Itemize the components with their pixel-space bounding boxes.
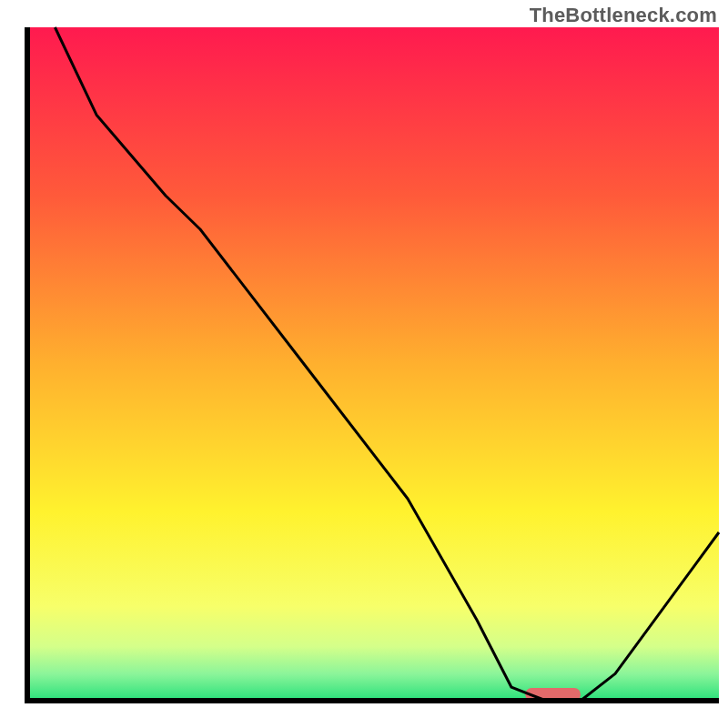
chart-container: TheBottleneck.com bbox=[0, 0, 728, 728]
gradient-background bbox=[27, 27, 719, 701]
bottleneck-chart bbox=[0, 0, 728, 728]
